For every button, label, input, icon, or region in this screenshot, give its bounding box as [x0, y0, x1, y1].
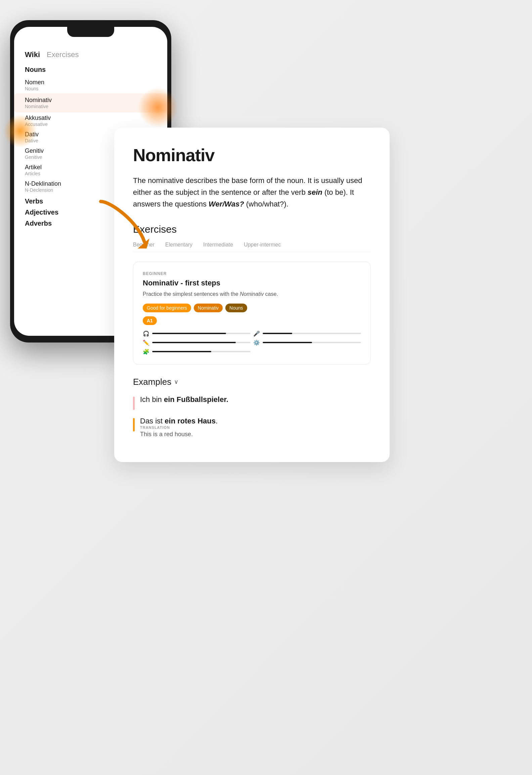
translation-label: TRANSLATION: [140, 425, 218, 429]
tab-upper-intermediate[interactable]: Upper-intermec: [244, 242, 281, 248]
exercise-name: Nominativ - first steps: [143, 279, 361, 287]
example-bar-1: [133, 397, 135, 410]
stat-row-speaking: 🎤: [253, 330, 361, 337]
stat-row-writing: ✏️: [143, 339, 251, 346]
tag-nominativ: Nominativ: [194, 304, 223, 312]
detail-description: The nominative describes the base form o…: [133, 175, 371, 210]
example-bar-2: [133, 418, 135, 431]
chevron-down-icon[interactable]: ∨: [174, 378, 178, 385]
example-item-2: Das ist ein rotes Haus. TRANSLATION This…: [133, 417, 371, 438]
arrow-decoration: [91, 195, 158, 248]
stat-row-grammar: ⚙️: [253, 339, 361, 346]
stat-row-listening: 🎧: [143, 330, 251, 337]
example-item-1: Ich bin ein Fußballspieler.: [133, 395, 371, 410]
headphones-icon: 🎧: [143, 330, 149, 337]
stat-bar-puzzle: [152, 351, 251, 352]
menu-item-nomen[interactable]: Nomen Nouns: [25, 77, 157, 93]
exercises-section: Exercises Beginner Elementary Intermedia…: [133, 224, 371, 365]
example-text-1: Ich bin ein Fußballspieler.: [140, 395, 228, 404]
puzzle-icon: 🧩: [143, 349, 149, 355]
exercise-tags: Good for beginners Nominativ Nouns: [143, 304, 361, 312]
section-nouns-header: Nouns: [25, 66, 157, 74]
example-sentence-1: Ich bin ein Fußballspieler.: [140, 395, 228, 404]
exercise-stats: 🎧 🎤 ✏️ ⚙️: [143, 330, 361, 355]
menu-item-nomen-title: Nomen: [25, 79, 157, 86]
level-badge-a1: A1: [143, 316, 157, 325]
stat-bar-fill-grammar: [263, 342, 312, 343]
menu-item-nomen-subtitle: Nouns: [25, 86, 157, 91]
exercises-section-title: Exercises: [133, 224, 371, 235]
menu-item-nominativ-title: Nominativ: [25, 97, 157, 104]
examples-title: Examples: [133, 377, 171, 387]
phone-notch: [67, 27, 114, 37]
tab-elementary[interactable]: Elementary: [165, 242, 192, 248]
tab-wiki[interactable]: Wiki: [25, 50, 40, 59]
example-sentence-2: Das ist ein rotes Haus.: [140, 417, 218, 425]
glow-decoration-left: [3, 114, 37, 148]
menu-item-nominativ-subtitle: Nominative: [25, 104, 157, 109]
exercise-description: Practice the simplest sentences with the…: [143, 290, 361, 298]
menu-item-akkusativ-title: Akkusativ: [25, 115, 157, 122]
stat-bar-listening: [152, 333, 251, 334]
stat-bar-fill-listening: [152, 333, 226, 334]
exercise-level-label: BEGINNER: [143, 271, 361, 276]
detail-card: Nominativ The nominative describes the b…: [114, 128, 390, 462]
menu-item-akkusativ-subtitle: Accusative: [25, 122, 157, 127]
stat-bar-fill-puzzle: [152, 351, 211, 352]
tag-good-for-beginners: Good for beginners: [143, 304, 191, 312]
microphone-icon: 🎤: [253, 330, 260, 337]
stat-bar-speaking: [263, 333, 361, 334]
glow-decoration-right: [138, 87, 178, 128]
stat-bar-writing: [152, 342, 251, 343]
pencil-icon: ✏️: [143, 339, 149, 346]
phone-tab-bar: Wiki Exercises: [25, 50, 157, 59]
settings-icon: ⚙️: [253, 339, 260, 346]
examples-header: Examples ∨: [133, 377, 371, 387]
detail-title: Nominativ: [133, 145, 371, 165]
stat-row-puzzle: 🧩: [143, 349, 251, 355]
tab-intermediate[interactable]: Intermediate: [203, 242, 233, 248]
menu-item-akkusativ[interactable]: Akkusativ Accusative: [25, 112, 157, 129]
translation-text: This is a red house.: [140, 431, 218, 438]
tab-exercises[interactable]: Exercises: [47, 50, 79, 59]
exercises-tabs: Beginner Elementary Intermediate Upper-i…: [133, 242, 371, 252]
example-text-block-2: Das ist ein rotes Haus. TRANSLATION This…: [140, 417, 218, 438]
exercise-card: BEGINNER Nominativ - first steps Practic…: [133, 262, 371, 365]
stat-bar-fill-speaking: [263, 333, 292, 334]
tag-nouns: Nouns: [225, 304, 247, 312]
stat-bar-fill-writing: [152, 342, 236, 343]
examples-section: Examples ∨ Ich bin ein Fußballspieler. D…: [133, 377, 371, 438]
stat-bar-grammar: [263, 342, 361, 343]
